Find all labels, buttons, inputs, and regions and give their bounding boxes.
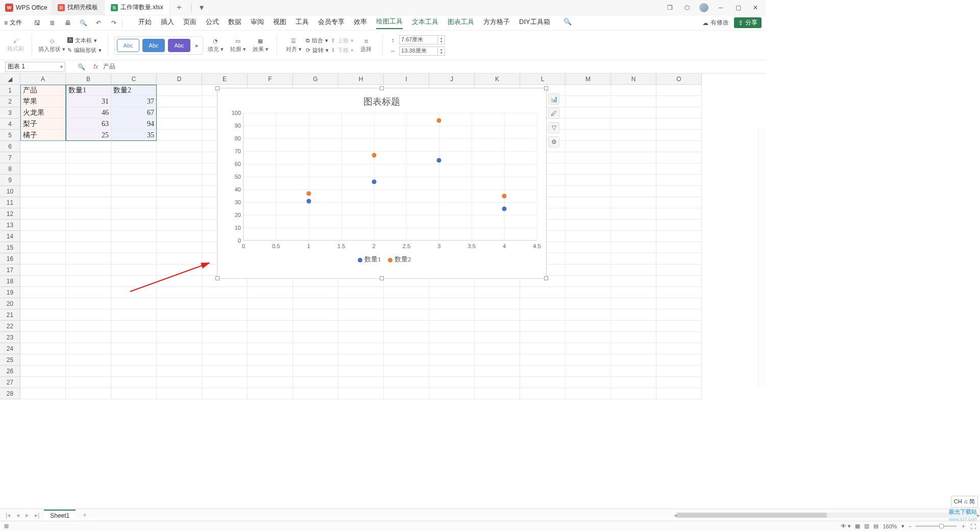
cell-B17[interactable]: [66, 264, 111, 276]
select-button[interactable]: ⧈选择: [356, 38, 376, 53]
cell-B8[interactable]: [66, 163, 111, 175]
outline-button[interactable]: ▭轮廓 ▾: [228, 38, 248, 53]
col-header-N[interactable]: N: [611, 74, 656, 85]
data-point[interactable]: [306, 199, 311, 203]
cell-J27[interactable]: [429, 377, 475, 388]
cell-G27[interactable]: [293, 377, 338, 388]
cell-A27[interactable]: [20, 377, 66, 388]
cell-C18[interactable]: [111, 276, 157, 287]
tab-review[interactable]: 审阅: [251, 17, 264, 29]
col-header-M[interactable]: M: [566, 74, 611, 85]
cell-D10[interactable]: [157, 186, 202, 197]
cell-N1[interactable]: [611, 85, 656, 96]
cube-icon[interactable]: ⬡: [682, 3, 692, 13]
data-point[interactable]: [502, 206, 507, 211]
cell-F23[interactable]: [248, 332, 293, 343]
cell-D11[interactable]: [157, 197, 202, 208]
row-header-18[interactable]: 18: [0, 276, 20, 287]
cell-H27[interactable]: [338, 377, 384, 388]
cell-N18[interactable]: [611, 276, 656, 287]
row-header-21[interactable]: 21: [0, 309, 20, 321]
cell-M18[interactable]: [566, 276, 611, 287]
cell-H24[interactable]: [338, 343, 384, 354]
cell-L27[interactable]: [520, 377, 566, 388]
cell-B6[interactable]: [66, 141, 111, 152]
cell-O13[interactable]: [656, 220, 702, 231]
chart-settings-icon[interactable]: ⚙: [548, 136, 559, 148]
cell-F22[interactable]: [248, 321, 293, 332]
cell-M15[interactable]: [566, 242, 611, 253]
cell-C26[interactable]: [111, 366, 157, 377]
cell-A2[interactable]: 苹果: [20, 96, 66, 107]
cell-O20[interactable]: [656, 298, 702, 309]
cell-D19[interactable]: [157, 287, 202, 298]
effect-button[interactable]: ▦效果 ▾: [250, 38, 271, 53]
cell-O25[interactable]: [656, 354, 702, 366]
cell-B1[interactable]: 数量1: [66, 85, 111, 96]
tab-view[interactable]: 视图: [273, 17, 286, 29]
cell-B9[interactable]: [66, 175, 111, 186]
col-header-C[interactable]: C: [111, 74, 157, 85]
tab-texttools[interactable]: 文本工具: [412, 17, 438, 29]
tab-efficiency[interactable]: 效率: [354, 17, 367, 29]
cell-O19[interactable]: [656, 287, 702, 298]
tab-template[interactable]: D 找稻壳模板: [52, 0, 105, 15]
cell-A11[interactable]: [20, 197, 66, 208]
row-header-25[interactable]: 25: [0, 354, 20, 366]
cell-A5[interactable]: 橘子: [20, 130, 66, 141]
chart-legend[interactable]: 数量1 数量2: [217, 255, 546, 264]
textbox-button[interactable]: 🅰 文本框 ▾: [67, 37, 102, 44]
cell-O1[interactable]: [656, 85, 702, 96]
cell-J26[interactable]: [429, 366, 475, 377]
cell-D6[interactable]: [157, 141, 202, 152]
cell-K24[interactable]: [475, 343, 520, 354]
cell-A9[interactable]: [20, 175, 66, 186]
cell-D16[interactable]: [157, 253, 202, 264]
cell-A16[interactable]: [20, 253, 66, 264]
row-header-16[interactable]: 16: [0, 253, 20, 264]
cell-O15[interactable]: [656, 242, 702, 253]
cell-D22[interactable]: [157, 321, 202, 332]
cell-C28[interactable]: [111, 388, 157, 399]
cell-G22[interactable]: [293, 321, 338, 332]
cell-B19[interactable]: [66, 287, 111, 298]
cell-A13[interactable]: [20, 220, 66, 231]
cell-D4[interactable]: [157, 118, 202, 130]
cell-I24[interactable]: [384, 343, 429, 354]
cell-O10[interactable]: [656, 186, 702, 197]
cell-N4[interactable]: [611, 118, 656, 130]
cell-D7[interactable]: [157, 152, 202, 163]
row-header-10[interactable]: 10: [0, 186, 20, 197]
col-header-O[interactable]: O: [656, 74, 702, 85]
cell-A22[interactable]: [20, 321, 66, 332]
data-point[interactable]: [306, 191, 311, 196]
cell-M19[interactable]: [566, 287, 611, 298]
tab-start[interactable]: 开始: [138, 17, 152, 29]
cell-O2[interactable]: [656, 96, 702, 107]
cell-A12[interactable]: [20, 208, 66, 220]
cell-K25[interactable]: [475, 354, 520, 366]
cell-M25[interactable]: [566, 354, 611, 366]
cell-C22[interactable]: [111, 321, 157, 332]
cell-B22[interactable]: [66, 321, 111, 332]
cell-A25[interactable]: [20, 354, 66, 366]
cell-N7[interactable]: [611, 152, 656, 163]
cell-E24[interactable]: [202, 343, 248, 354]
print-icon[interactable]: 🖶: [63, 18, 73, 28]
cell-N16[interactable]: [611, 253, 656, 264]
cell-H23[interactable]: [338, 332, 384, 343]
cell-F24[interactable]: [248, 343, 293, 354]
fx-icon[interactable]: fx: [93, 63, 98, 70]
cell-C6[interactable]: [111, 141, 157, 152]
tab-data[interactable]: 数据: [228, 17, 241, 29]
cell-B18[interactable]: [66, 276, 111, 287]
cell-F25[interactable]: [248, 354, 293, 366]
row-header-19[interactable]: 19: [0, 287, 20, 298]
cell-O12[interactable]: [656, 208, 702, 220]
cell-B10[interactable]: [66, 186, 111, 197]
cell-E28[interactable]: [202, 388, 248, 399]
chart-title[interactable]: 图表标题: [217, 95, 546, 108]
cell-I27[interactable]: [384, 377, 429, 388]
tab-tools[interactable]: 工具: [296, 17, 309, 29]
cell-L19[interactable]: [520, 287, 566, 298]
